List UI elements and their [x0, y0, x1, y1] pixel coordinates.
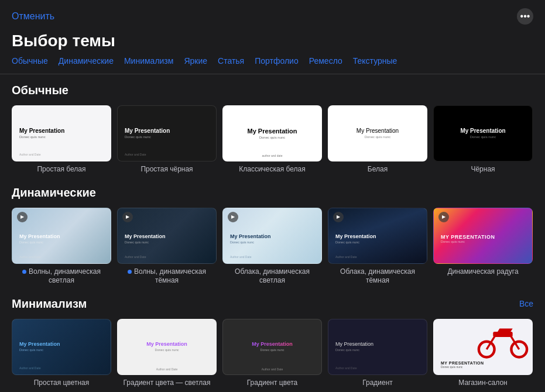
- tab-article[interactable]: Статья: [218, 56, 244, 66]
- thumb-author: Author and Date: [125, 153, 146, 156]
- section-dynamic-header: Динамические: [12, 186, 533, 200]
- thumb-title: My Presentation: [252, 341, 293, 348]
- ordinary-themes-row: My Presentation Donec quis nunc Author a…: [12, 105, 533, 174]
- section-minimalism-header: Минимализм Все: [12, 297, 533, 311]
- thumb-subtitle: Donec quis nunc: [19, 348, 104, 353]
- thumb-author: Author and Date: [230, 255, 251, 259]
- theme-thumb-clouds-dark: ▶ My Presentation Donec quis nunc Author…: [328, 208, 427, 264]
- thumb-author: Author and Date: [125, 255, 146, 259]
- more-button[interactable]: •••: [517, 8, 533, 25]
- theme-thumb-simple-white: My Presentation Donec quis nunc Author a…: [12, 105, 111, 161]
- section-minimalism-title: Минимализм: [12, 297, 87, 311]
- theme-simple-white[interactable]: My Presentation Donec quis nunc Author a…: [12, 105, 111, 174]
- thumb-subtitle: Donec quis nunc: [230, 135, 314, 140]
- cancel-button[interactable]: Отменить: [12, 11, 54, 22]
- theme-thumb-clouds-light: ▶ My Presentation Donec quis nunc Author…: [222, 208, 322, 264]
- thumb-subtitle: Donec quis nunc: [125, 240, 209, 245]
- theme-thumb-gradient-color: My Presentation Donec quis nunc Author a…: [222, 319, 322, 375]
- theme-label-gradient-color: Градиент цвета: [247, 379, 297, 388]
- minimalism-themes-row: My Presentation Donec quis nunc Author a…: [12, 319, 533, 388]
- thumb-subtitle: Donec quis nunc: [19, 240, 104, 245]
- theme-label-waves-dark: Волны, динамическая тёмная: [117, 267, 217, 286]
- section-ordinary-title: Обычные: [12, 84, 68, 97]
- svg-rect-2: [493, 332, 512, 337]
- theme-white[interactable]: My Presentation Donec quis nunc Белая: [328, 105, 427, 174]
- thumb-subtitle: Donec quis nunc: [230, 240, 314, 245]
- theme-simple-color[interactable]: My Presentation Donec quis nunc Author a…: [12, 319, 111, 388]
- section-ordinary-header: Обычные: [12, 84, 533, 97]
- thumb-title: My Presentation: [19, 233, 104, 240]
- page-title: Выбор темы: [0, 29, 545, 56]
- theme-gradient[interactable]: My Presentation Donec quis nunc Author a…: [328, 319, 427, 388]
- theme-label-classic-white: Классическая белая: [239, 165, 306, 174]
- more-icon: •••: [520, 11, 530, 22]
- thumb-subtitle: Donec quis nunc: [335, 348, 420, 353]
- main-content: Обычные My Presentation Donec quis nunc …: [0, 74, 545, 392]
- thumb-title: My Presentation: [230, 233, 314, 240]
- theme-label-black: Чёрная: [471, 165, 495, 174]
- dot-icon: [128, 270, 132, 274]
- section-ordinary: Обычные My Presentation Donec quis nunc …: [12, 84, 533, 174]
- theme-label-simple-color: Простая цветная: [34, 379, 90, 388]
- thumb-subtitle: Donec quis nunc: [125, 135, 209, 139]
- motorcycle-icon: [474, 319, 532, 360]
- nav-tabs: Обычные Динамические Минимализм Яркие Ст…: [0, 56, 545, 74]
- tab-craft[interactable]: Ремесло: [309, 56, 342, 66]
- thumb-title: My Presentation: [125, 233, 209, 240]
- thumb-title: My Presentation: [335, 233, 420, 240]
- theme-thumb-salon: MY PRESENTATION Donec quis nunc: [433, 319, 533, 375]
- theme-clouds-light[interactable]: ▶ My Presentation Donec quis nunc Author…: [222, 208, 322, 286]
- thumb-subtitle: Donec quis nunc: [335, 240, 420, 245]
- thumb-subtitle: Donec quis nunc: [155, 348, 179, 353]
- theme-black[interactable]: My Presentation Donec quis nunc Чёрная: [433, 105, 533, 174]
- theme-gradient-light[interactable]: My Presentation Donec quis nunc Author a…: [117, 319, 217, 388]
- theme-thumb-classic-white: My Presentation Donec quis nunc author a…: [222, 105, 322, 161]
- thumb-title: My Presentation: [19, 127, 104, 135]
- theme-waves-light[interactable]: ▶ My Presentation Donec quis nunc Author…: [12, 208, 111, 286]
- thumb-title: My Presentation: [357, 127, 399, 135]
- tab-textured[interactable]: Текстурные: [353, 56, 397, 66]
- theme-thumb-waves-light: ▶ My Presentation Donec quis nunc Author…: [12, 208, 111, 264]
- thumb-author: Author and Date: [335, 255, 357, 259]
- tab-portfolio[interactable]: Портфолио: [255, 56, 299, 66]
- theme-simple-black[interactable]: My Presentation Donec quis nunc Author a…: [117, 105, 217, 174]
- thumb-title: My Presentation: [335, 341, 420, 348]
- thumb-subtitle: Donec quis nunc: [470, 135, 496, 139]
- thumb-title: MY PRESENTATION: [441, 234, 525, 240]
- tab-bright[interactable]: Яркие: [184, 56, 207, 66]
- theme-gradient-color[interactable]: My Presentation Donec quis nunc Author a…: [222, 319, 322, 388]
- thumb-author: Author and Date: [19, 153, 40, 156]
- theme-label-waves-light: Волны, динамическая светлая: [12, 267, 111, 286]
- thumb-subtitle: Donec quis nunc: [365, 135, 391, 139]
- thumb-title: MY PRESENTATION: [441, 361, 484, 365]
- theme-rainbow[interactable]: ▶ MY PRESENTATION Donec quis nunc Динами…: [433, 208, 533, 286]
- thumb-author: Author and Date: [335, 366, 357, 370]
- tab-minimalism[interactable]: Минимализм: [124, 56, 173, 66]
- theme-thumb-simple-black: My Presentation Donec quis nunc Author a…: [117, 105, 217, 161]
- theme-classic-white[interactable]: My Presentation Donec quis nunc author a…: [222, 105, 322, 174]
- theme-label-simple-white: Простая белая: [37, 165, 85, 174]
- theme-thumb-waves-dark: ▶ My Presentation Donec quis nunc Author…: [117, 208, 217, 264]
- tab-dynamic[interactable]: Динамические: [59, 56, 114, 66]
- theme-label-clouds-dark: Облака, динамическая тёмная: [328, 267, 427, 286]
- tab-ordinary[interactable]: Обычные: [12, 56, 48, 66]
- theme-waves-dark[interactable]: ▶ My Presentation Donec quis nunc Author…: [117, 208, 217, 286]
- header: Отменить •••: [0, 0, 545, 29]
- thumb-subtitle: Donec quis nunc: [441, 240, 525, 245]
- thumb-author: Author and Date: [19, 255, 40, 259]
- theme-label-simple-black: Простая чёрная: [140, 165, 193, 174]
- theme-label-rainbow: Динамическая радуга: [447, 267, 518, 277]
- theme-label-clouds-light: Облака, динамическая светлая: [222, 267, 322, 286]
- theme-clouds-dark[interactable]: ▶ My Presentation Donec quis nunc Author…: [328, 208, 427, 286]
- minimalism-all-button[interactable]: Все: [519, 299, 533, 308]
- theme-label-white: Белая: [368, 165, 388, 174]
- theme-thumb-rainbow: ▶ MY PRESENTATION Donec quis nunc: [433, 208, 533, 264]
- thumb-title: My Presentation: [146, 341, 187, 348]
- theme-thumb-gradient: My Presentation Donec quis nunc Author a…: [328, 319, 427, 375]
- theme-label-salon: Магазин-салон: [458, 379, 507, 388]
- thumb-subtitle: Donec quis nunc: [441, 365, 484, 369]
- section-dynamic-title: Динамические: [12, 186, 96, 200]
- theme-thumb-black: My Presentation Donec quis nunc: [433, 105, 533, 161]
- theme-thumb-gradient-light: My Presentation Donec quis nunc Author a…: [117, 319, 217, 375]
- theme-salon[interactable]: MY PRESENTATION Donec quis nunc Магазин-…: [433, 319, 533, 388]
